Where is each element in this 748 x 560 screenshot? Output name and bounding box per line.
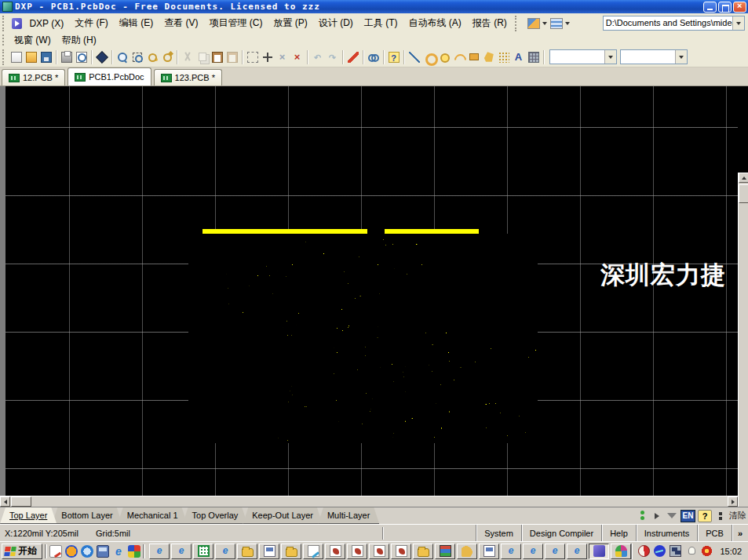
expand-icon[interactable]	[651, 510, 663, 522]
task-doc-1[interactable]	[259, 544, 279, 559]
task-app-2[interactable]	[347, 544, 367, 559]
menu-view[interactable]: 查看 (V)	[159, 15, 203, 31]
msn-icon[interactable]	[81, 545, 93, 558]
task-app-3[interactable]	[369, 544, 389, 559]
menu-project[interactable]: 项目管理 (C)	[204, 15, 268, 31]
clear-label[interactable]: 清除	[729, 510, 746, 522]
scroll-left-button[interactable]	[0, 496, 10, 507]
deselect-button[interactable]	[275, 49, 290, 64]
undo-button[interactable]	[310, 49, 325, 64]
task-folder-1[interactable]	[237, 544, 257, 559]
tray-network-icon[interactable]	[670, 545, 681, 557]
place-line-button[interactable]	[407, 49, 421, 64]
pcb-canvas[interactable]: 深圳宏力捷	[5, 86, 738, 496]
task-excel[interactable]	[193, 544, 213, 559]
panel-pcb-button[interactable]: PCB	[697, 525, 732, 541]
place-arc-button[interactable]	[451, 49, 466, 64]
task-folder-2[interactable]	[281, 544, 301, 559]
interactive-route-button[interactable]	[345, 49, 360, 64]
path-combobox[interactable]: D:\Documents and Settings\midea\桌面	[603, 16, 745, 31]
layer-tab-bottom[interactable]: Bottom Layer	[52, 507, 122, 524]
restore-button[interactable]	[718, 2, 732, 13]
task-ie-2[interactable]	[171, 544, 192, 559]
toolbar-grip[interactable]	[2, 49, 6, 65]
cut-button[interactable]	[180, 49, 195, 64]
menu-help[interactable]: 帮助 (H)	[57, 32, 102, 49]
task-wordpad[interactable]	[303, 544, 323, 559]
save-button[interactable]	[38, 49, 53, 64]
windows-update-icon[interactable]	[128, 545, 140, 558]
pcb-board-artwork[interactable]	[188, 229, 538, 443]
place-via-button[interactable]	[436, 49, 451, 64]
task-doc-2[interactable]	[479, 544, 499, 559]
language-help-button[interactable]: ?	[698, 510, 712, 522]
zoom-in-button[interactable]	[144, 49, 159, 64]
redo-button[interactable]	[325, 49, 340, 64]
paste-special-button[interactable]	[224, 49, 239, 64]
mask-level-icon[interactable]	[636, 510, 648, 522]
path-combobox-dropdown[interactable]	[732, 16, 744, 30]
task-winrar[interactable]	[435, 544, 455, 559]
close-button[interactable]	[733, 2, 746, 13]
toolbar-combo-2[interactable]	[620, 49, 688, 64]
layer-tab-top-overlay[interactable]: Top Overlay	[183, 507, 248, 524]
task-ie-3[interactable]	[215, 544, 235, 559]
print-button[interactable]	[59, 49, 74, 64]
task-folder-3[interactable]	[413, 544, 433, 559]
panel-system-button[interactable]: System	[476, 525, 521, 541]
tray-audio-icon[interactable]	[654, 545, 666, 557]
layer-stack-button[interactable]	[94, 49, 109, 64]
ruler-tool-dropdown[interactable]	[526, 17, 549, 30]
help-button[interactable]	[386, 49, 401, 64]
task-hand-app[interactable]	[457, 544, 477, 559]
paste-button[interactable]	[210, 49, 224, 64]
horizontal-scroll-thumb[interactable]	[11, 496, 31, 507]
task-ie-5[interactable]	[523, 544, 543, 559]
combo2-dropdown[interactable]	[675, 50, 687, 64]
zoom-area-button[interactable]	[130, 49, 144, 64]
doc-tab-pcb1[interactable]: PCB1.PcbDoc	[68, 67, 151, 85]
vertical-scroll-thumb[interactable]	[739, 184, 748, 203]
show-desktop-icon[interactable]	[49, 545, 62, 558]
menu-window[interactable]: 视窗 (W)	[9, 32, 57, 49]
place-component-button[interactable]	[526, 49, 541, 64]
calculator-icon[interactable]	[97, 545, 109, 558]
open-button[interactable]	[24, 49, 38, 64]
menu-file[interactable]: 文件 (F)	[69, 15, 114, 31]
tray-red-badge-icon[interactable]	[638, 545, 650, 557]
copy-button[interactable]	[195, 49, 210, 64]
task-jester-app[interactable]	[611, 544, 631, 559]
menu-design[interactable]: 设计 (D)	[313, 15, 359, 31]
panel-instruments-button[interactable]: Instruments	[636, 525, 697, 541]
place-string-button[interactable]	[511, 49, 526, 64]
minimize-button[interactable]	[703, 2, 717, 13]
layer-tab-mechanical1[interactable]: Mechanical 1	[118, 507, 188, 524]
task-ie-4[interactable]	[501, 544, 521, 559]
doc-tab-123pcb[interactable]: 123.PCB *	[154, 69, 222, 85]
tray-bulb-icon[interactable]	[685, 545, 697, 557]
panel-design-compiler-button[interactable]: Design Compiler	[521, 525, 601, 541]
layer-tab-keepout[interactable]: Keep-Out Layer	[243, 507, 323, 524]
panel-more-button[interactable]: »	[732, 525, 748, 541]
panel-help-button[interactable]: Help	[601, 525, 636, 541]
select-area-button[interactable]	[245, 49, 260, 64]
doc-tab-12pcb[interactable]: 12.PCB *	[2, 69, 65, 85]
menu-tools[interactable]: 工具 (T)	[359, 15, 403, 31]
menu-edit[interactable]: 编辑 (E)	[114, 15, 159, 31]
place-array-button[interactable]	[496, 49, 511, 64]
layer-tab-top[interactable]: Top Layer	[0, 507, 57, 524]
layer-tab-multilayer[interactable]: Multi-Layer	[318, 507, 379, 524]
menu-grip2[interactable]	[2, 35, 6, 45]
place-pad-button[interactable]	[421, 49, 436, 64]
tray-alert-icon[interactable]	[701, 545, 713, 557]
task-app-1[interactable]	[325, 544, 345, 559]
language-badge[interactable]: EN	[680, 510, 695, 522]
place-fill-button[interactable]	[466, 49, 481, 64]
zoom-button[interactable]	[115, 49, 130, 64]
place-polygon-button[interactable]	[481, 49, 496, 64]
find-button[interactable]	[366, 49, 381, 64]
move-button[interactable]	[260, 49, 275, 64]
clear-filter-button[interactable]	[290, 49, 305, 64]
scroll-right-button[interactable]	[728, 496, 738, 507]
filter-icon[interactable]	[666, 510, 678, 522]
